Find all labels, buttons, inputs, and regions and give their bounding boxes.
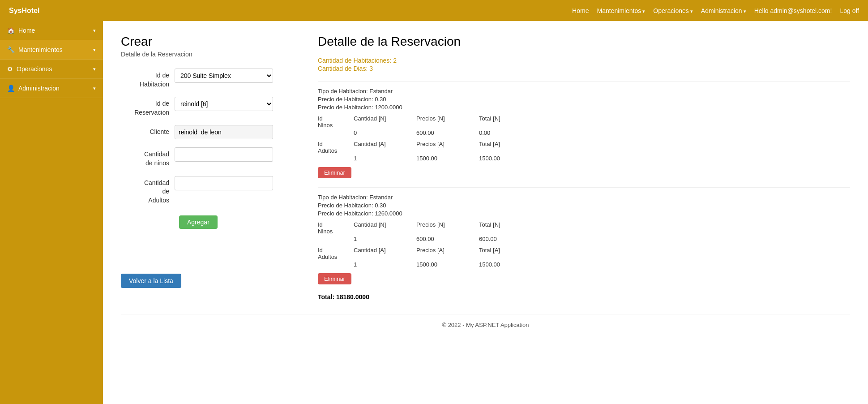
hab1-ninos-table: IdNinos Cantidad [N] Precios [N] Total [… [318, 115, 850, 136]
cliente-input [175, 125, 273, 139]
sidebar-item-administracion[interactable]: 👤 Administracion ▾ [0, 79, 103, 98]
hab1-adultos-cantidad: 1 [354, 155, 416, 162]
user-icon: 👤 [7, 85, 15, 92]
hab2-ninos-total: 600.00 [479, 236, 533, 242]
nav-mantenimientos[interactable]: Mantenimientos [597, 7, 645, 14]
hab2-precio2: Precio de Habitacion: 1260.0000 [318, 210, 850, 217]
cantidad-dias: Cantidad de Dias: 3 [318, 65, 850, 72]
hab2-tipo: Tipo de Habitacion: Estandar [318, 194, 850, 201]
col-precios-n-2: Precios [N] [416, 221, 479, 235]
hab2-adultos-table: IdAdultos Cantidad [A] Precios [A] Total… [318, 247, 850, 268]
eliminar-button-1[interactable]: Eliminar [318, 167, 351, 178]
col-id-ninos-2: IdNinos [318, 221, 354, 235]
sidebar-item-operaciones-label: Operaciones [17, 65, 93, 73]
hab2-adultos-precio: 1500.00 [416, 261, 479, 268]
agregar-button[interactable]: Agregar [179, 215, 218, 229]
hab1-precio2: Precio de Habitacion: 1200.0000 [318, 104, 850, 111]
col-precios-a-1: Precios [A] [416, 141, 479, 154]
footer-text: © 2022 - My ASP.NET Application [442, 322, 529, 328]
col-id-adultos-2: IdAdultos [318, 247, 354, 260]
col-total-n-1: Total [N] [479, 115, 533, 129]
main-columns: Crear Detalle de la Reservacion Id deHab… [121, 34, 850, 301]
habitacion-row: Id deHabitacion 200 Suite Simplex [121, 69, 291, 89]
eliminar-button-2[interactable]: Eliminar [318, 273, 351, 284]
hab2-adultos-header: IdAdultos Cantidad [A] Precios [A] Total… [318, 247, 850, 260]
sidebar-item-mantenimientos[interactable]: 🔧 Mantenimientos ▾ [0, 40, 103, 60]
sidebar-item-mantenimientos-label: Mantenimientos [18, 46, 93, 53]
hab2-precio1: Precio de Habitacion: 0.30 [318, 202, 850, 209]
adultos-row: CantidaddeAdultos [121, 176, 291, 205]
hab1-ninos-header: IdNinos Cantidad [N] Precios [N] Total [… [318, 115, 850, 129]
cliente-row: Cliente [121, 125, 291, 139]
page-wrapper: 🏠 Home ▾ 🔧 Mantenimientos ▾ ⚙ Operacione… [0, 21, 868, 404]
hab1-ninos-total: 0.00 [479, 129, 533, 136]
hab1-adultos-total: 1500.00 [479, 155, 533, 162]
ninos-row: Cantidadde ninos [121, 147, 291, 168]
hab1-adultos-id [318, 155, 354, 162]
habitacion-block-2: Tipo de Habitacion: Estandar Precio de H… [318, 187, 850, 284]
sidebar-item-operaciones[interactable]: ⚙ Operaciones ▾ [0, 60, 103, 79]
hab2-adultos-cantidad: 1 [354, 261, 416, 268]
navbar-hello: Hello admin@syshotel.com! [754, 7, 832, 14]
footer: © 2022 - My ASP.NET Application [121, 314, 850, 335]
nav-home[interactable]: Home [572, 7, 589, 14]
ninos-label: Cantidadde ninos [121, 147, 175, 168]
navbar-brand[interactable]: SysHotel [9, 7, 39, 15]
hab1-adultos-row: 1 1500.00 1500.00 [318, 155, 850, 162]
sidebar-item-home[interactable]: 🏠 Home ▾ [0, 21, 103, 40]
hab2-ninos-cantidad: 1 [354, 236, 416, 242]
chevron-down-icon-2: ▾ [93, 47, 96, 53]
sidebar-item-administracion-label: Administracion [18, 85, 93, 92]
col-total-n-2: Total [N] [479, 221, 533, 235]
cantidad-habitaciones-label: Cantidad de Habitaciones: [318, 57, 391, 64]
hab1-ninos-precio: 600.00 [416, 129, 479, 136]
total-label: Total: [318, 293, 334, 301]
reservacion-row: Id deReservacion reinold [6] [121, 97, 291, 117]
main-content: Crear Detalle de la Reservacion Id deHab… [103, 21, 868, 404]
hab2-adultos-row: 1 1500.00 1500.00 [318, 261, 850, 268]
detail-title: Detalle de la Reservacion [318, 34, 850, 49]
hab2-ninos-row: 1 600.00 600.00 [318, 236, 850, 242]
navbar: SysHotel Home Mantenimientos Operaciones… [0, 0, 868, 21]
hab1-ninos-id [318, 129, 354, 136]
sidebar: 🏠 Home ▾ 🔧 Mantenimientos ▾ ⚙ Operacione… [0, 21, 103, 404]
nav-operaciones[interactable]: Operaciones [653, 7, 693, 14]
col-cantidad-n-1: Cantidad [N] [354, 115, 416, 129]
hab2-ninos-id [318, 236, 354, 242]
chevron-down-icon-3: ▾ [93, 66, 96, 72]
summary-info: Cantidad de Habitaciones: 2 Cantidad de … [318, 57, 850, 72]
volver-button[interactable]: Volver a la Lista [121, 274, 181, 288]
cantidad-ninos-input[interactable] [175, 147, 273, 162]
cantidad-adultos-input[interactable] [175, 176, 273, 190]
hab1-precio1: Precio de Habitacion: 0.30 [318, 96, 850, 103]
detail-column: Detalle de la Reservacion Cantidad de Ha… [318, 34, 850, 301]
hab1-tipo: Tipo de Habitacion: Estandar [318, 88, 850, 95]
habitacion-select[interactable]: 200 Suite Simplex [175, 69, 273, 83]
reservacion-select[interactable]: reinold [6] [175, 97, 273, 111]
navbar-logoff[interactable]: Log off [840, 7, 859, 14]
hab1-ninos-cantidad: 0 [354, 129, 416, 136]
nav-administracion[interactable]: Administracion [701, 7, 746, 14]
col-total-a-1: Total [A] [479, 141, 533, 154]
wrench-icon: 🔧 [7, 46, 15, 53]
habitacion-label: Id deHabitacion [121, 69, 175, 89]
hab1-ninos-row: 0 600.00 0.00 [318, 129, 850, 136]
hab1-adultos-header: IdAdultos Cantidad [A] Precios [A] Total… [318, 141, 850, 154]
col-cantidad-a-1: Cantidad [A] [354, 141, 416, 154]
hab1-adultos-table: IdAdultos Cantidad [A] Precios [A] Total… [318, 141, 850, 162]
col-id-adultos-1: IdAdultos [318, 141, 354, 154]
total-value: 18180.0000 [336, 293, 369, 301]
sidebar-item-home-label: Home [18, 27, 93, 34]
chevron-down-icon: ▾ [93, 28, 96, 34]
hab2-adultos-id [318, 261, 354, 268]
cantidad-dias-value: 3 [369, 65, 373, 72]
cantidad-dias-label: Cantidad de Dias: [318, 65, 368, 72]
form-column: Crear Detalle de la Reservacion Id deHab… [121, 34, 291, 301]
adultos-label: CantidaddeAdultos [121, 176, 175, 205]
form-title: Crear [121, 34, 291, 49]
reservacion-label: Id deReservacion [121, 97, 175, 117]
hab2-ninos-table: IdNinos Cantidad [N] Precios [N] Total [… [318, 221, 850, 242]
col-total-a-2: Total [A] [479, 247, 533, 260]
chevron-down-icon-4: ▾ [93, 86, 96, 91]
col-cantidad-n-2: Cantidad [N] [354, 221, 416, 235]
